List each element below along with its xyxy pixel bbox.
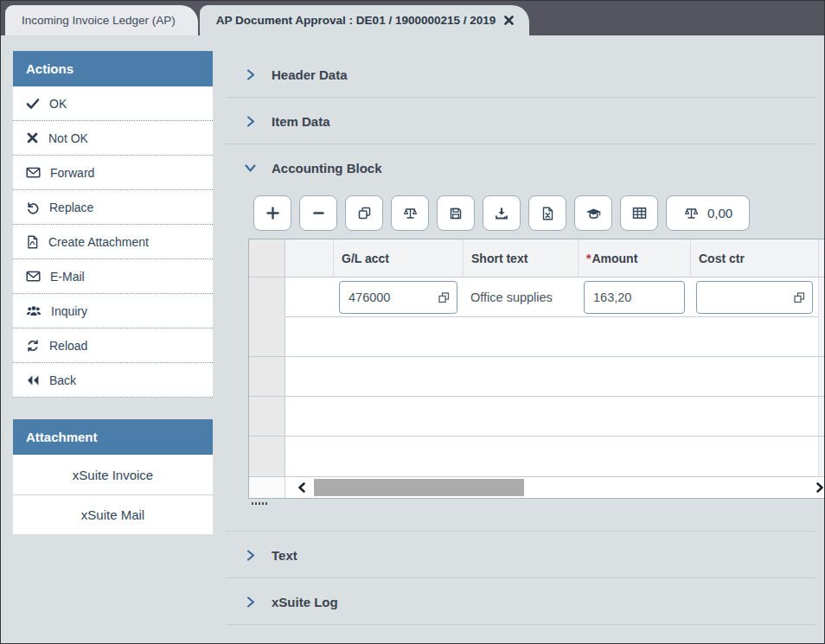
action-label: E-Mail [50,270,85,284]
download-button[interactable] [483,195,521,231]
column-header-gl-acct[interactable]: G/L acct [333,239,463,277]
section-title: Text [272,548,297,563]
scrollbar-track[interactable] [285,477,825,498]
app-window: Incoming Invoice Ledger (AP) AP Document… [0,0,825,644]
action-label: Back [49,373,76,387]
action-replace[interactable]: Replace [13,190,213,225]
value-help-icon[interactable] [794,292,805,303]
check-icon [26,97,40,111]
section-xsuite-log-toggle[interactable]: xSuite Log [244,593,815,610]
cost-ctr-input[interactable] [696,281,813,314]
action-back[interactable]: Back [13,363,213,398]
row-selector-header [249,239,285,277]
amount-input[interactable]: 163,20 [584,281,685,314]
scrollbar-stub [249,477,285,498]
export-excel-button[interactable] [528,195,566,231]
add-row-button[interactable] [253,195,291,231]
section-text: Text [226,532,815,578]
content-area: Actions OK Not OK Forward Replace [1,35,824,644]
cost-ctr-cell [690,277,818,317]
action-label: OK [49,97,67,111]
row-selector-cell[interactable] [249,317,285,356]
short-text-cell: Office supplies [463,277,578,317]
save-button[interactable] [437,195,475,231]
grid-view-button[interactable] [620,195,658,231]
attachment-xsuite-invoice[interactable]: xSuite Invoice [13,455,213,494]
chevron-right-icon [244,549,257,562]
main-panel: Header Data Item Data Accounting Block [226,51,815,644]
scroll-right-icon[interactable] [815,482,824,493]
column-header-cost-ctr[interactable]: Cost ctr [690,239,818,277]
action-reload[interactable]: Reload [13,328,213,363]
vertical-scroll-track[interactable] [818,357,825,396]
vertical-scroll-track[interactable] [818,397,825,436]
action-ok[interactable]: OK [13,86,213,121]
action-create-attachment[interactable]: Create Attachment [13,225,213,259]
row-selector-cell[interactable] [249,437,285,476]
education-button[interactable] [574,195,612,231]
value-help-icon[interactable] [438,292,450,303]
balance-check-button[interactable] [391,195,429,231]
attachment-panel: Attachment xSuite Invoice xSuite Mail [13,419,213,534]
attachment-xsuite-mail[interactable]: xSuite Mail [13,494,213,534]
column-header-amount[interactable]: *Amount [578,239,690,277]
action-not-ok[interactable]: Not OK [13,121,213,156]
balance-total-value: 0,00 [707,206,732,220]
vertical-scroll-track[interactable] [818,277,825,317]
accounting-table: G/L acct Short text *Amount Cost ctr 476… [248,239,825,499]
double-back-icon [26,374,40,386]
close-tab-icon[interactable] [504,16,514,25]
scrollbar-thumb[interactable] [314,479,524,496]
tab-label: Incoming Invoice Ledger (AP) [22,14,176,27]
gl-acct-value: 476000 [349,290,390,304]
attachment-panel-title: Attachment [13,419,213,455]
actions-panel-title: Actions [13,51,213,86]
table-empty-row [249,397,825,437]
action-email[interactable]: E-Mail [13,259,213,294]
section-item-data: Item Data [226,98,815,144]
blank-cell [285,277,333,317]
section-accounting-block: Accounting Block 0,00 [226,144,815,532]
copy-row-button[interactable] [345,195,383,231]
undo-icon [26,201,40,214]
amount-cell: 163,20 [578,277,690,317]
vertical-scroll-track[interactable] [818,317,825,356]
tab-incoming-invoice-ledger[interactable]: Incoming Invoice Ledger (AP) [5,5,198,35]
required-marker: * [586,252,591,265]
section-item-data-toggle[interactable]: Item Data [244,112,815,130]
column-header-short-text[interactable]: Short text [463,239,578,277]
section-text-toggle[interactable]: Text [244,546,815,564]
section-accounting-block-toggle[interactable]: Accounting Block [244,159,815,176]
row-selector-cell[interactable] [249,357,285,396]
tab-bar: Incoming Invoice Ledger (AP) AP Document… [1,1,824,35]
chevron-right-icon [244,68,257,81]
section-title: Header Data [272,67,348,82]
row-selector-cell[interactable] [249,277,285,317]
table-empty-row [249,317,825,357]
action-label: Reload [49,339,87,353]
column-header-blank [285,239,333,277]
balance-total-button[interactable]: 0,00 [666,195,750,231]
envelope-icon [26,270,41,283]
remove-row-button[interactable] [299,195,337,231]
horizontal-scrollbar [249,476,825,498]
vertical-scroll-track[interactable] [818,437,825,476]
table-empty-row [249,357,825,397]
scroll-left-icon[interactable] [297,482,306,493]
tab-ap-document-approval[interactable]: AP Document Approval : DE01 / 1900000215… [200,5,529,35]
action-forward[interactable]: Forward [13,156,213,190]
section-title: Item Data [272,114,330,129]
users-icon [26,304,42,317]
pdf-file-icon [26,235,39,249]
row-selector-cell[interactable] [249,397,285,436]
actions-panel: Actions OK Not OK Forward Replace [13,51,213,398]
gl-acct-input[interactable]: 476000 [339,281,457,314]
amount-value: 163,20 [593,290,631,304]
action-inquiry[interactable]: Inquiry [13,294,213,328]
chevron-down-icon [244,162,257,175]
envelope-icon [26,166,41,179]
sidebar: Actions OK Not OK Forward Replace [13,51,213,644]
section-header-data-toggle[interactable]: Header Data [244,66,815,83]
tab-label: AP Document Approval : DE01 / 1900000215… [216,14,496,27]
gl-acct-cell: 476000 [333,277,463,317]
